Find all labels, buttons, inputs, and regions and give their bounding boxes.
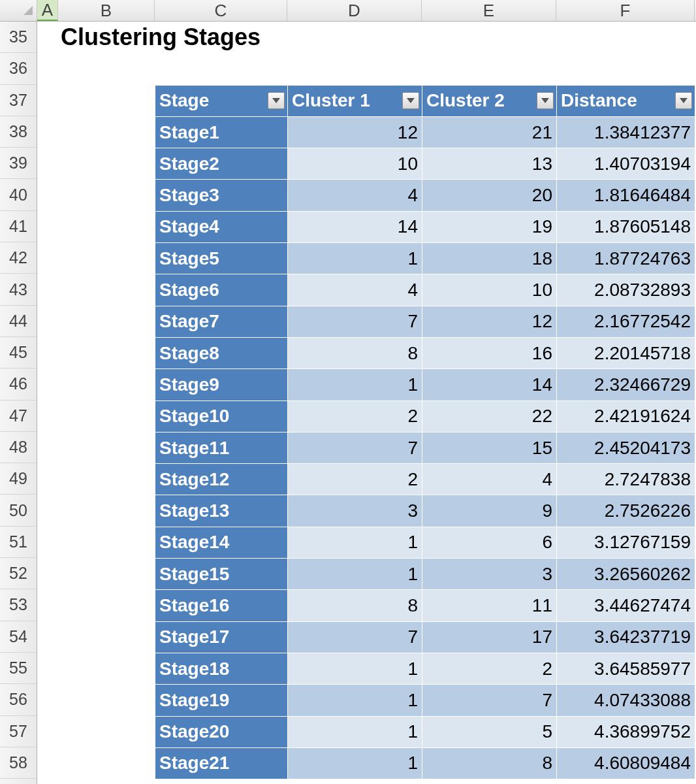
cell-stage[interactable]: Stage16 xyxy=(155,590,288,621)
cell-cluster2[interactable]: 17 xyxy=(422,621,557,653)
column-header-C[interactable]: C xyxy=(155,0,287,21)
cell-cluster1[interactable]: 4 xyxy=(288,180,422,211)
cell-distance[interactable]: 3.64237719 xyxy=(557,621,695,653)
cell-cluster2[interactable]: 14 xyxy=(422,369,557,400)
cell-distance[interactable]: 3.64585977 xyxy=(557,653,695,684)
cell-cluster2[interactable]: 10 xyxy=(422,274,557,306)
cell-cluster2[interactable]: 7 xyxy=(422,685,557,716)
cell-cluster1[interactable]: 4 xyxy=(288,274,422,306)
cell-cluster1[interactable]: 3 xyxy=(288,495,422,527)
cell-cluster2[interactable]: 21 xyxy=(422,116,557,148)
cell-stage[interactable]: Stage11 xyxy=(155,432,288,463)
cell-cluster1[interactable]: 1 xyxy=(288,747,422,779)
cell-stage[interactable]: Stage6 xyxy=(155,274,288,306)
row-header-58[interactable]: 58 xyxy=(0,747,37,779)
cell-cluster2[interactable]: 22 xyxy=(422,400,557,432)
cell-cluster1[interactable]: 2 xyxy=(288,464,422,495)
cell-cluster2[interactable]: 19 xyxy=(422,211,557,242)
cell-cluster1[interactable]: 2 xyxy=(288,400,422,432)
column-header-F[interactable]: F xyxy=(556,0,695,21)
row-header-54[interactable]: 54 xyxy=(0,621,37,653)
cell-cluster1[interactable]: 7 xyxy=(288,306,422,337)
row-header-45[interactable]: 45 xyxy=(0,337,37,368)
cell-cluster2[interactable]: 11 xyxy=(422,590,557,621)
cell-stage[interactable]: Stage12 xyxy=(155,464,288,495)
row-header-51[interactable]: 51 xyxy=(0,527,37,558)
cell-distance[interactable]: 1.40703194 xyxy=(557,148,695,180)
cell-distance[interactable]: 2.42191624 xyxy=(557,400,695,432)
cell-cluster2[interactable]: 18 xyxy=(422,243,557,274)
row-header-57[interactable]: 57 xyxy=(0,716,37,747)
row-header-52[interactable]: 52 xyxy=(0,558,37,589)
cell-distance[interactable]: 3.26560262 xyxy=(557,559,695,590)
row-header-49[interactable]: 49 xyxy=(0,463,37,495)
row-header-38[interactable]: 38 xyxy=(0,116,37,148)
cell-cluster2[interactable]: 12 xyxy=(422,306,557,337)
cell-stage[interactable]: Stage20 xyxy=(155,716,288,747)
cells-area[interactable]: Clustering Stages Stage Cluster 1 xyxy=(37,22,696,784)
cell-stage[interactable]: Stage8 xyxy=(155,337,288,368)
cell-cluster1[interactable]: 1 xyxy=(288,369,422,400)
filter-button-cluster2[interactable] xyxy=(537,92,554,109)
cell-cluster1[interactable]: 12 xyxy=(288,116,422,148)
cell-cluster2[interactable]: 13 xyxy=(422,148,557,180)
cell-cluster2[interactable]: 6 xyxy=(422,527,557,558)
cell-stage[interactable]: Stage7 xyxy=(155,306,288,337)
row-header-46[interactable]: 46 xyxy=(0,368,37,400)
header-cluster1[interactable]: Cluster 1 xyxy=(288,85,422,116)
cell-cluster1[interactable]: 14 xyxy=(288,211,422,242)
row-header-36[interactable]: 36 xyxy=(0,53,37,84)
row-header-42[interactable]: 42 xyxy=(0,242,37,274)
cell-stage[interactable]: Stage18 xyxy=(155,653,288,684)
cell-distance[interactable]: 2.08732893 xyxy=(557,274,695,306)
cell-distance[interactable]: 4.07433088 xyxy=(557,685,695,716)
header-cluster2[interactable]: Cluster 2 xyxy=(422,85,557,116)
row-header-44[interactable]: 44 xyxy=(0,306,37,337)
cell-cluster2[interactable]: 5 xyxy=(422,716,557,747)
cell-cluster1[interactable]: 1 xyxy=(288,243,422,274)
cell-cluster1[interactable]: 8 xyxy=(288,337,422,368)
cell-cluster1[interactable]: 1 xyxy=(288,716,422,747)
row-header-47[interactable]: 47 xyxy=(0,400,37,432)
cell-cluster2[interactable]: 20 xyxy=(422,180,557,211)
cell-distance[interactable]: 3.12767159 xyxy=(557,527,695,558)
filter-button-cluster1[interactable] xyxy=(402,92,419,109)
row-header-48[interactable]: 48 xyxy=(0,432,37,463)
cell-stage[interactable]: Stage10 xyxy=(155,400,288,432)
row-header-53[interactable]: 53 xyxy=(0,589,37,621)
cell-distance[interactable]: 1.87605148 xyxy=(557,211,695,242)
cell-cluster1[interactable]: 1 xyxy=(288,653,422,684)
cell-distance[interactable]: 2.7526226 xyxy=(557,495,695,527)
row-header-35[interactable]: 35 xyxy=(0,22,37,53)
cell-stage[interactable]: Stage5 xyxy=(155,243,288,274)
row-header-41[interactable]: 41 xyxy=(0,211,37,242)
cell-cluster2[interactable]: 15 xyxy=(422,432,557,463)
cell-cluster1[interactable]: 7 xyxy=(288,621,422,653)
cell-distance[interactable]: 4.36899752 xyxy=(557,716,695,747)
cell-stage[interactable]: Stage2 xyxy=(155,148,288,180)
cell-cluster2[interactable]: 4 xyxy=(422,464,557,495)
row-header-55[interactable]: 55 xyxy=(0,653,37,684)
filter-button-distance[interactable] xyxy=(675,92,692,109)
row-header-50[interactable]: 50 xyxy=(0,495,37,526)
cell-stage[interactable]: Stage19 xyxy=(155,685,288,716)
filter-button-stage[interactable] xyxy=(268,92,285,109)
cell-stage[interactable]: Stage17 xyxy=(155,621,288,653)
cell-stage[interactable]: Stage1 xyxy=(155,116,288,148)
column-header-E[interactable]: E xyxy=(422,0,556,21)
cell-stage[interactable]: Stage15 xyxy=(155,559,288,590)
cell-cluster2[interactable]: 9 xyxy=(422,495,557,527)
cell-distance[interactable]: 1.38412377 xyxy=(557,116,695,148)
row-header-39[interactable]: 39 xyxy=(0,148,37,179)
row-header-56[interactable]: 56 xyxy=(0,684,37,715)
column-header-B[interactable]: B xyxy=(58,0,155,21)
header-stage[interactable]: Stage xyxy=(155,85,288,116)
cell-cluster2[interactable]: 16 xyxy=(422,337,557,368)
cell-distance[interactable]: 1.87724763 xyxy=(557,243,695,274)
cell-distance[interactable]: 2.20145718 xyxy=(557,337,695,368)
cell-cluster1[interactable]: 7 xyxy=(288,432,422,463)
cell-stage[interactable]: Stage14 xyxy=(155,527,288,558)
cell-distance[interactable]: 4.60809484 xyxy=(557,747,695,779)
row-header-43[interactable]: 43 xyxy=(0,274,37,305)
cell-distance[interactable]: 1.81646484 xyxy=(557,180,695,211)
